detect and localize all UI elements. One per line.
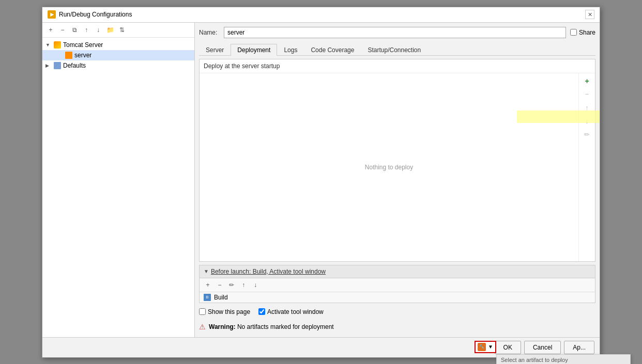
warning-row: ⚠ Warning: No artifacts marked for deplo…: [199, 321, 595, 333]
expand-arrow-tomcat: ▼: [45, 42, 52, 48]
show-page-checkbox[interactable]: [199, 308, 206, 315]
name-row: Name: Share: [199, 27, 595, 38]
movedown-config-button[interactable]: ↓: [93, 25, 103, 35]
add-config-button[interactable]: +: [45, 25, 56, 35]
right-panel: Name: Share Server Deployment Logs: [195, 23, 600, 337]
before-launch-section: ▼ Before launch: Build, Activate tool wi…: [199, 265, 595, 303]
moveup-config-button[interactable]: ↑: [81, 25, 91, 35]
bl-down-button[interactable]: ↓: [250, 280, 261, 290]
deploy-remove-button[interactable]: −: [582, 89, 593, 100]
main-content: + − ⧉ ↑ ↓ 📁 ⇅ ▼ Tomcat Server: [42, 23, 600, 337]
name-input[interactable]: [224, 27, 566, 38]
bl-add-button[interactable]: +: [203, 280, 213, 290]
artifact-dropdown-arrow: ▼: [488, 344, 493, 350]
build-label: Build: [214, 294, 228, 301]
bl-up-button[interactable]: ↑: [238, 280, 249, 290]
tab-server[interactable]: Server: [199, 44, 231, 56]
bl-title: Before launch: Build, Activate tool wind…: [211, 268, 326, 275]
title-bar-left: ▶ Run/Debug Configurations: [48, 10, 132, 19]
deployment-tab-content: Deploy at the server startup Nothing to …: [199, 59, 595, 333]
bl-edit-button[interactable]: ✏: [226, 280, 237, 290]
before-launch-header: ▼ Before launch: Build, Activate tool wi…: [200, 265, 595, 278]
bottom-bar: ? 🔧 ▼ Select an artifact to deploy M mav…: [42, 337, 600, 357]
artifact-icon: 🔧: [478, 343, 486, 351]
deploy-edit-button[interactable]: ✏: [582, 129, 593, 140]
artifact-input[interactable]: 🔧 ▼: [475, 341, 496, 353]
before-launch-toolbar: + − ✏ ↑ ↓: [200, 278, 595, 292]
yellow-highlight: [517, 110, 600, 123]
dialog-icon: ▶: [48, 10, 56, 19]
tab-logs[interactable]: Logs: [277, 44, 304, 56]
tree-item-defaults[interactable]: ▶ Defaults: [42, 60, 194, 71]
show-page-label[interactable]: Show this page: [199, 308, 250, 315]
folder-button[interactable]: 📁: [105, 25, 115, 35]
bl-remove-button[interactable]: −: [215, 280, 225, 290]
build-icon: B: [204, 294, 211, 301]
defaults-label: Defaults: [63, 62, 86, 69]
dialog-title: Run/Debug Configurations: [59, 11, 132, 18]
expand-arrow-defaults: ▶: [45, 63, 52, 68]
tab-deployment[interactable]: Deployment: [231, 44, 277, 56]
copy-config-button[interactable]: ⧉: [69, 25, 80, 35]
dropdown-header: Select an artifact to deploy: [497, 355, 630, 365]
apply-button[interactable]: Ap...: [564, 341, 594, 354]
share-area: Share: [570, 29, 595, 36]
deploy-empty-text: Nothing to deploy: [200, 73, 578, 261]
warning-text: Warning: No artifacts marked for deploym…: [209, 323, 334, 330]
deploy-add-button[interactable]: +: [582, 75, 593, 87]
warning-label: Warning:: [209, 323, 236, 330]
defaults-icon: [53, 61, 62, 70]
bl-expand-arrow: ▼: [204, 268, 209, 274]
close-button[interactable]: ✕: [585, 10, 594, 19]
share-label: Share: [579, 29, 595, 36]
tomcat-label: Tomcat Server: [63, 41, 103, 49]
left-panel: + − ⧉ ↑ ↓ 📁 ⇅ ▼ Tomcat Server: [42, 23, 195, 337]
deploy-header: Deploy at the server startup: [200, 59, 595, 73]
show-page-text: Show this page: [208, 308, 250, 315]
remove-config-button[interactable]: −: [57, 25, 68, 35]
activate-tool-checkbox[interactable]: [258, 308, 265, 315]
deploy-list-area: Nothing to deploy + − ↑ ↓ ✏: [200, 73, 595, 261]
tabs-row: Server Deployment Logs Code Coverage Sta…: [199, 43, 595, 56]
warning-detail: No artifacts marked for deployment: [237, 323, 334, 330]
left-toolbar: + − ⧉ ↑ ↓ 📁 ⇅: [42, 23, 194, 38]
tab-startup-connection[interactable]: Startup/Connection: [361, 44, 427, 56]
name-field-label: Name:: [199, 29, 220, 36]
tree-item-tomcat[interactable]: ▼ Tomcat Server: [42, 40, 194, 50]
sort-button[interactable]: ⇅: [117, 25, 127, 35]
deploy-section: Deploy at the server startup Nothing to …: [199, 59, 595, 262]
artifact-dropdown: Select an artifact to deploy M maven_jav…: [496, 354, 631, 365]
title-bar: ▶ Run/Debug Configurations ✕: [42, 7, 600, 23]
tomcat-icon: [53, 41, 62, 49]
warning-icon: ⚠: [199, 323, 206, 331]
run-debug-dialog: ▶ Run/Debug Configurations ✕ + − ⧉ ↑ ↓ 📁…: [42, 7, 600, 358]
config-tree: ▼ Tomcat Server server ▶: [42, 38, 194, 337]
activate-tool-text: Activate tool window: [267, 308, 324, 315]
activate-tool-label[interactable]: Activate tool window: [258, 308, 324, 315]
tab-code-coverage[interactable]: Code Coverage: [304, 44, 361, 56]
artifact-area: 🔧 ▼ Select an artifact to deploy M maven…: [475, 341, 496, 353]
share-checkbox[interactable]: [570, 29, 577, 36]
ok-button[interactable]: OK: [495, 341, 521, 354]
bl-build-item: B Build: [200, 292, 595, 303]
cancel-button[interactable]: Cancel: [524, 341, 561, 354]
deploy-sidebar: + − ↑ ↓ ✏: [578, 73, 595, 261]
bl-title-text: Before launch: Build, Activate tool wind…: [211, 268, 326, 275]
server-label: server: [74, 52, 91, 59]
server-icon: [65, 51, 73, 59]
tree-item-server[interactable]: server: [42, 50, 194, 60]
checkboxes-row: Show this page Activate tool window: [199, 306, 595, 318]
